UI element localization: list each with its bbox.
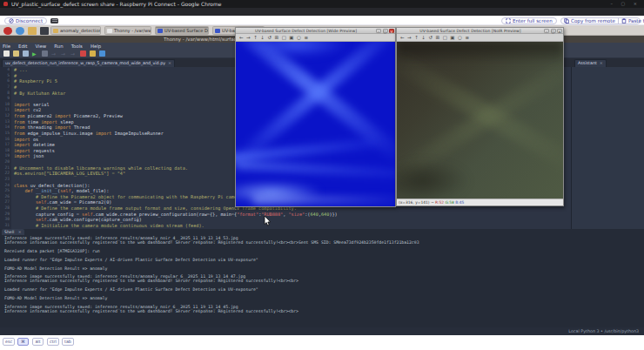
taskbar-window-folder[interactable]: anomaly_detection — [50, 26, 101, 35]
pan-down-icon[interactable]: ↓ — [421, 34, 426, 42]
wide-preview-window: UV-based Surface Defect Detection [Wide … — [235, 27, 396, 207]
interpreter-status[interactable]: Local Python 3 • /usr/bin/python3 — [568, 327, 639, 335]
stop-script-button[interactable] — [80, 50, 86, 57]
wide-preview-titlebar[interactable]: UV-based Surface Defect Detection [Wide … — [236, 28, 395, 34]
pan-left-icon[interactable]: ← — [400, 34, 405, 42]
pan-down-icon[interactable]: ↓ — [260, 34, 265, 42]
zoom-out-icon[interactable]: ▢ — [443, 34, 447, 42]
noir-preview-window: UV-based Surface Defect Detection [NoIR … — [396, 27, 564, 206]
shell-pane[interactable]: Shell × Inference image successfully sav… — [0, 229, 644, 327]
debug-script-button[interactable] — [42, 50, 48, 57]
terminal-icon[interactable] — [40, 27, 49, 35]
reset-zoom-icon[interactable]: ↺ — [267, 34, 272, 42]
menu-help[interactable]: Help — [91, 43, 101, 50]
new-file-button[interactable] — [3, 50, 10, 57]
menu-run[interactable]: Run — [54, 43, 63, 50]
pan-left-icon[interactable]: ← — [239, 34, 244, 42]
preview-icon — [215, 29, 220, 33]
save-image-icon[interactable]: ○ — [297, 34, 301, 42]
minimize-button[interactable]: – — [544, 29, 549, 34]
edge-impulse-button[interactable] — [99, 50, 105, 57]
tab-close-icon[interactable]: × — [600, 61, 603, 65]
code-line: self.cam_wide.configure(capture_config) — [14, 217, 338, 223]
maximize-button[interactable]: ▢ — [551, 29, 556, 34]
chromium-icon[interactable] — [16, 27, 24, 35]
pan-up-icon[interactable]: ↑ — [253, 34, 258, 42]
virtual-key-esc[interactable]: esc — [3, 338, 15, 346]
taskbar-window-thonny[interactable]: Thonny - /var/ww... — [104, 26, 151, 35]
menu-file[interactable]: File — [3, 43, 10, 50]
virtual-key-ctrl[interactable]: ctrl — [47, 338, 59, 346]
disconnect-icon — [9, 18, 14, 24]
maximize-button[interactable]: ▢ — [383, 29, 388, 34]
line-number: 29 — [0, 212, 10, 218]
line-number-gutter: 4567891011121314151617181920212223242526… — [0, 67, 11, 229]
wide-preview-title: UV-based Surface Defect Detection [Wide … — [236, 28, 376, 34]
zoom-in-icon[interactable]: ▣ — [450, 34, 454, 42]
reset-zoom-icon[interactable]: ↺ — [428, 34, 433, 42]
line-number: 13 — [0, 119, 10, 125]
line-number: 26 — [0, 194, 10, 200]
line-number: 4 — [0, 67, 10, 73]
close-button[interactable]: × — [389, 29, 394, 34]
copy-from-remote-button[interactable]: Copy from remote — [561, 18, 618, 24]
menu-edit[interactable]: Edit — [18, 43, 27, 50]
save-file-button[interactable] — [23, 50, 29, 57]
window-controls[interactable]: – ▢ × — [610, 0, 641, 8]
raspberry-menu-icon[interactable] — [3, 27, 12, 35]
wide-preview-toolbar: ←→↑↓↺⊞▢▣○≡ — [236, 34, 395, 42]
wide-camera-feed — [236, 42, 395, 206]
tab-close-icon[interactable]: × — [18, 230, 22, 234]
folder-icon — [53, 29, 58, 33]
run-script-button[interactable]: ▶ — [32, 50, 38, 57]
open-file-button[interactable] — [13, 50, 19, 57]
raspberry-pi-favicon-icon — [3, 2, 8, 6]
line-number: 30 — [0, 217, 10, 223]
tab-assistant[interactable]: Assistant× — [574, 59, 607, 67]
disconnect-button[interactable]: Disconnect — [4, 17, 47, 24]
pixel-red-value: R:52 — [435, 200, 445, 205]
pan-right-icon[interactable]: → — [246, 34, 251, 42]
paste-label: Paste to remote — [628, 18, 644, 24]
menu-view[interactable]: View — [35, 43, 46, 50]
minimize-button[interactable]: – — [376, 29, 381, 34]
tab-close-icon[interactable]: × — [168, 61, 171, 65]
tab-shell[interactable]: Shell × — [2, 229, 24, 235]
menu-tools[interactable]: Tools — [71, 43, 83, 50]
line-number: 28 — [0, 205, 10, 212]
noir-preview-title: UV-based Surface Defect Detection [NoIR … — [397, 28, 544, 34]
tab-editor-file[interactable]: uv_defect_detection_run_inference_w_rasp… — [2, 59, 175, 67]
close-button[interactable]: × — [557, 29, 562, 34]
save-image-icon[interactable]: ○ — [458, 34, 462, 42]
keyboard-toggle-icon[interactable] — [50, 18, 58, 24]
line-number: 5 — [0, 73, 10, 79]
fullscreen-label: Enter full screen — [513, 18, 553, 24]
browser-urlbar[interactable]: connect.raspberrypi.com/ab-nsq/fd90af19-… — [0, 8, 644, 16]
step-over-button[interactable]: → — [51, 50, 57, 57]
pixel-readout-statusbar: (x=316, y=141) ~ R:52 G:58 B:45 — [397, 199, 563, 205]
zoom-in-icon[interactable]: ▣ — [289, 34, 293, 42]
zoom-grid-icon[interactable]: ⊞ — [436, 34, 440, 42]
paste-to-remote-button[interactable]: Paste to remote — [618, 18, 644, 24]
file-manager-icon[interactable] — [28, 27, 37, 35]
properties-icon[interactable]: ≡ — [304, 34, 308, 42]
taskbar-window-label: anomaly_detection — [60, 27, 101, 34]
virtual-key-alt[interactable]: alt — [32, 338, 44, 346]
zoom-out-icon[interactable]: ▢ — [282, 34, 286, 42]
copy-icon — [564, 18, 569, 24]
thonny-icon — [107, 29, 112, 33]
virtual-key-tab[interactable]: tab — [62, 338, 74, 346]
taskbar-window-preview[interactable]: UV-based Surface De... — [155, 26, 209, 35]
zoom-grid-icon[interactable]: ⊞ — [275, 34, 279, 42]
dashboard-button[interactable] — [90, 50, 96, 57]
virtual-key-cmd[interactable]: ⌘ — [17, 338, 29, 346]
properties-icon[interactable]: ≡ — [465, 34, 469, 42]
enter-full-screen-button[interactable]: Enter full screen — [501, 17, 557, 24]
step-into-button[interactable]: → — [61, 50, 67, 57]
step-out-button[interactable]: → — [70, 50, 77, 57]
pan-right-icon[interactable]: → — [407, 34, 412, 42]
noir-preview-titlebar[interactable]: UV-based Surface Defect Detection [NoIR … — [397, 28, 563, 34]
line-number: 17 — [0, 142, 10, 148]
noir-camera-feed — [397, 42, 563, 199]
pan-up-icon[interactable]: ↑ — [414, 34, 419, 42]
